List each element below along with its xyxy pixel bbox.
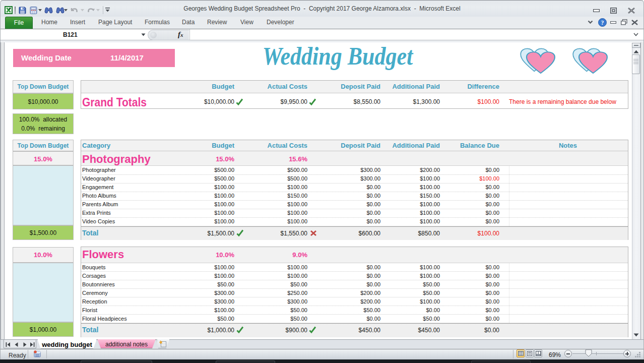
svg-text:?: ? — [601, 19, 604, 26]
